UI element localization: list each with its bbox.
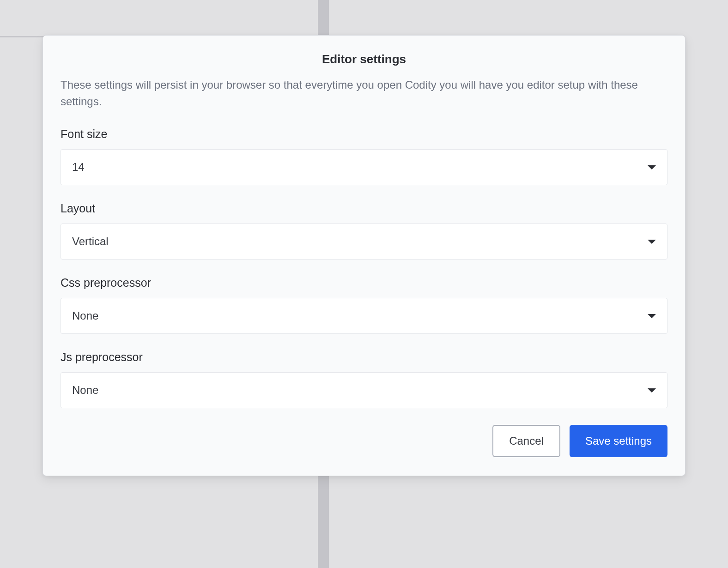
cancel-button[interactable]: Cancel: [492, 425, 560, 457]
js-preprocessor-select[interactable]: None: [61, 372, 667, 408]
js-preprocessor-field: Js preprocessor None: [61, 350, 667, 408]
font-size-select[interactable]: 14: [61, 149, 667, 185]
layout-select[interactable]: Vertical: [61, 224, 667, 260]
save-settings-button[interactable]: Save settings: [570, 425, 667, 457]
chevron-down-icon: [648, 165, 656, 169]
modal-description: These settings will persist in your brow…: [61, 77, 667, 110]
layout-value: Vertical: [72, 235, 109, 248]
chevron-down-icon: [648, 388, 656, 393]
css-preprocessor-value: None: [72, 309, 98, 322]
js-preprocessor-value: None: [72, 384, 98, 397]
css-preprocessor-select[interactable]: None: [61, 298, 667, 334]
chevron-down-icon: [648, 240, 656, 244]
css-preprocessor-label: Css preprocessor: [61, 276, 667, 290]
font-size-label: Font size: [61, 127, 667, 141]
editor-settings-modal: Editor settings These settings will pers…: [42, 35, 686, 476]
layout-label: Layout: [61, 202, 667, 215]
font-size-field: Font size 14: [61, 127, 667, 185]
js-preprocessor-label: Js preprocessor: [61, 350, 667, 364]
layout-field: Layout Vertical: [61, 202, 667, 260]
modal-actions: Cancel Save settings: [61, 425, 667, 457]
modal-title: Editor settings: [61, 52, 667, 66]
font-size-value: 14: [72, 161, 85, 174]
css-preprocessor-field: Css preprocessor None: [61, 276, 667, 334]
chevron-down-icon: [648, 314, 656, 318]
